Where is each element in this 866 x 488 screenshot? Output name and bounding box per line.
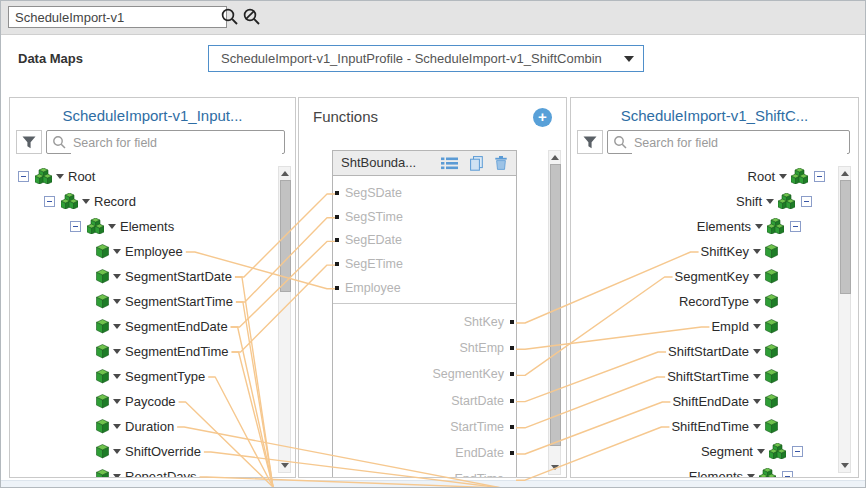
scroll-up-icon[interactable] bbox=[551, 155, 559, 160]
node-caret-icon[interactable] bbox=[753, 349, 761, 354]
collapse-icon[interactable] bbox=[44, 196, 55, 207]
tree-node-label[interactable]: SegmentType bbox=[125, 369, 205, 384]
tree-node-label[interactable]: RepeatDays bbox=[125, 469, 197, 479]
function-input-port[interactable]: SegETime bbox=[335, 256, 403, 272]
source-filter-button[interactable] bbox=[16, 130, 42, 154]
horizontal-scrollbar[interactable] bbox=[1, 480, 865, 488]
tree-node-label[interactable]: Record bbox=[94, 194, 136, 209]
tree-node: Elements bbox=[689, 466, 793, 478]
collapse-icon[interactable] bbox=[790, 221, 801, 232]
tree-node-label[interactable]: Root bbox=[68, 169, 95, 184]
function-output-port[interactable]: StartDate bbox=[451, 393, 514, 409]
source-scrollbar[interactable] bbox=[278, 166, 291, 473]
function-output-port[interactable]: ShtKey bbox=[464, 314, 514, 330]
node-caret-icon[interactable] bbox=[113, 449, 121, 454]
collapse-icon[interactable] bbox=[814, 171, 825, 182]
scroll-down-icon[interactable] bbox=[841, 463, 849, 468]
tree-node-label[interactable]: SegmentEndTime bbox=[125, 344, 229, 359]
collapse-icon[interactable] bbox=[801, 196, 812, 207]
scrollbar-thumb[interactable] bbox=[550, 164, 561, 446]
node-caret-icon[interactable] bbox=[753, 399, 761, 404]
scroll-down-icon[interactable] bbox=[281, 463, 289, 468]
tree-node-label[interactable]: Segment bbox=[701, 444, 753, 459]
node-caret-icon[interactable] bbox=[779, 174, 787, 179]
scrollbar-thumb[interactable] bbox=[280, 180, 291, 292]
tree-node-label[interactable]: ShiftEndTime bbox=[671, 419, 749, 434]
tree-node-label[interactable]: ShiftEndDate bbox=[672, 394, 749, 409]
record-icon bbox=[769, 443, 786, 459]
node-caret-icon[interactable] bbox=[755, 224, 763, 229]
function-output-port[interactable]: EndTime bbox=[454, 471, 514, 478]
function-output-port[interactable]: EndDate bbox=[455, 445, 514, 461]
tree-node-label[interactable]: Shift bbox=[736, 194, 762, 209]
scroll-up-icon[interactable] bbox=[281, 171, 289, 176]
function-input-port[interactable]: SegEDate bbox=[335, 232, 402, 248]
target-search-input[interactable] bbox=[632, 132, 847, 154]
tree-node-label[interactable]: Duration bbox=[125, 419, 174, 434]
tree-node-label[interactable]: SegmentStartDate bbox=[125, 269, 232, 284]
tree-node-label[interactable]: RecordType bbox=[679, 294, 749, 309]
tree-node-label[interactable]: SegmentEndDate bbox=[125, 319, 228, 334]
clear-search-icon[interactable] bbox=[242, 7, 262, 27]
node-caret-icon[interactable] bbox=[113, 474, 121, 479]
scrollbar-thumb[interactable] bbox=[840, 180, 851, 294]
tree-node-label[interactable]: Root bbox=[748, 169, 775, 184]
node-caret-icon[interactable] bbox=[113, 324, 121, 329]
node-caret-icon[interactable] bbox=[113, 249, 121, 254]
source-search-input[interactable] bbox=[71, 132, 282, 154]
tree-node-label[interactable]: SegmentKey bbox=[675, 269, 749, 284]
node-caret-icon[interactable] bbox=[113, 399, 121, 404]
tree-node-label[interactable]: ShiftKey bbox=[701, 244, 749, 259]
node-caret-icon[interactable] bbox=[753, 274, 761, 279]
function-card-header[interactable]: ShtBounda... bbox=[333, 151, 516, 176]
node-caret-icon[interactable] bbox=[753, 299, 761, 304]
function-input-port[interactable]: Employee bbox=[335, 280, 401, 296]
node-caret-icon[interactable] bbox=[113, 274, 121, 279]
target-scrollbar[interactable] bbox=[838, 166, 851, 473]
node-caret-icon[interactable] bbox=[108, 224, 116, 229]
node-caret-icon[interactable] bbox=[747, 474, 755, 479]
node-caret-icon[interactable] bbox=[113, 424, 121, 429]
component-search-input[interactable] bbox=[8, 6, 227, 28]
node-caret-icon[interactable] bbox=[113, 349, 121, 354]
node-caret-icon[interactable] bbox=[82, 199, 90, 204]
tree-node-label[interactable]: ShiftStartTime bbox=[667, 369, 749, 384]
search-icon[interactable] bbox=[220, 7, 240, 27]
node-caret-icon[interactable] bbox=[113, 299, 121, 304]
map-selector-dropdown[interactable]: ScheduleImport-v1_InputProfile - Schedul… bbox=[208, 45, 644, 72]
tree-node-label[interactable]: Employee bbox=[125, 244, 183, 259]
node-caret-icon[interactable] bbox=[753, 374, 761, 379]
tree-node-label[interactable]: Elements bbox=[689, 469, 743, 479]
tree-node-label[interactable]: SegmentStartTime bbox=[125, 294, 233, 309]
function-output-port[interactable]: StartTime bbox=[450, 419, 514, 435]
node-caret-icon[interactable] bbox=[56, 174, 64, 179]
scroll-up-icon[interactable] bbox=[841, 171, 849, 176]
collapse-icon[interactable] bbox=[782, 471, 793, 479]
function-input-port[interactable]: SegSTime bbox=[335, 209, 403, 225]
tree-node-label[interactable]: ShiftOverride bbox=[125, 444, 201, 459]
function-output-port[interactable]: SegmentKey bbox=[432, 366, 514, 382]
target-filter-button[interactable] bbox=[577, 130, 603, 154]
tree-node-label[interactable]: ShiftStartDate bbox=[668, 344, 749, 359]
add-function-button[interactable]: + bbox=[533, 108, 552, 127]
function-input-port[interactable]: SegSDate bbox=[335, 185, 402, 201]
collapse-icon[interactable] bbox=[792, 446, 803, 457]
tree-node-label[interactable]: EmpId bbox=[711, 319, 749, 334]
delete-function-icon[interactable] bbox=[495, 156, 507, 174]
node-caret-icon[interactable] bbox=[757, 449, 765, 454]
tree-node-label[interactable]: Elements bbox=[120, 219, 174, 234]
function-output-port[interactable]: ShtEmp bbox=[460, 340, 514, 356]
node-caret-icon[interactable] bbox=[753, 424, 761, 429]
tree-node-label[interactable]: Paycode bbox=[125, 394, 176, 409]
collapse-icon[interactable] bbox=[18, 171, 29, 182]
node-caret-icon[interactable] bbox=[753, 324, 761, 329]
functions-scrollbar[interactable] bbox=[548, 150, 561, 475]
scroll-down-icon[interactable] bbox=[551, 465, 559, 470]
node-caret-icon[interactable] bbox=[766, 199, 774, 204]
node-caret-icon[interactable] bbox=[113, 374, 121, 379]
tree-node-label[interactable]: Elements bbox=[697, 219, 751, 234]
function-detail-icon[interactable] bbox=[441, 156, 458, 174]
copy-function-icon[interactable] bbox=[470, 156, 483, 175]
collapse-icon[interactable] bbox=[70, 221, 81, 232]
node-caret-icon[interactable] bbox=[753, 249, 761, 254]
